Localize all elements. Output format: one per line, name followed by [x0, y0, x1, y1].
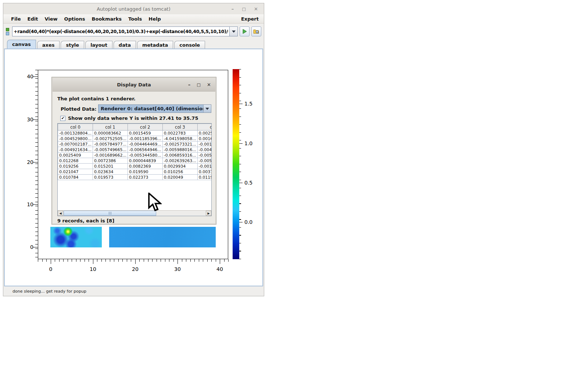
menu-item-edit[interactable]: Edit: [24, 16, 42, 22]
minimize-icon[interactable]: –: [232, 6, 234, 12]
thumb-grip: [109, 212, 109, 215]
table-row[interactable]: -0.004529800...-0.002752505...-0.0011853…: [58, 136, 212, 142]
menu-item-tools[interactable]: Tools: [125, 16, 145, 22]
dialog-titlebar[interactable]: Display Data – ◻ ✕: [53, 78, 215, 92]
dialog-close-icon[interactable]: ✕: [207, 82, 211, 87]
table-cell[interactable]: 0.0025409: [58, 153, 93, 158]
dialog-minimize-icon[interactable]: –: [188, 82, 191, 87]
table-cell[interactable]: -0.004921634...: [58, 147, 93, 153]
colorbar-tick-label: 0.0: [244, 219, 252, 225]
tab-console[interactable]: console: [174, 41, 205, 49]
table-cell[interactable]: 0.019573: [93, 175, 128, 180]
plot-canvas[interactable]: 403020100010203040 1.51.00.50.0 Display …: [4, 49, 263, 286]
tab-data[interactable]: data: [114, 41, 136, 49]
table-cell[interactable]: 0.011997: [197, 175, 212, 180]
table-cell[interactable]: -0.001185396...: [128, 136, 162, 142]
table-cell[interactable]: -0.006859316...: [162, 153, 197, 158]
menu-item-file[interactable]: File: [8, 16, 24, 22]
tab-metadata[interactable]: metadata: [137, 41, 173, 49]
table-row[interactable]: 0.0025409-0.001689662...-0.005344580...-…: [58, 153, 212, 158]
table-cell[interactable]: -0.005784977...: [93, 142, 128, 147]
table-row[interactable]: -0.004921634...-0.005749665...-0.0065649…: [58, 147, 212, 153]
table-cell[interactable]: 0.0016608: [197, 136, 212, 142]
tab-bar: canvasaxesstylelayoutdatametadataconsole: [3, 39, 264, 49]
tab-layout[interactable]: layout: [85, 41, 112, 49]
scroll-right-button[interactable]: ▶: [206, 211, 211, 216]
table-cell[interactable]: -0.006564946...: [128, 147, 162, 153]
menu-item-view[interactable]: View: [41, 16, 61, 22]
maximize-icon[interactable]: ◻: [242, 6, 246, 12]
table-cell[interactable]: 0.021047: [58, 169, 93, 175]
x-axis-major-tick: [51, 259, 51, 264]
table-cell[interactable]: 0.0022783: [162, 131, 197, 136]
table-cell[interactable]: -4.041598058...: [162, 136, 197, 142]
combo-arrow-button[interactable]: [203, 105, 211, 112]
table-cell[interactable]: -0.001333864...: [197, 164, 212, 169]
menu-item-expert[interactable]: Expert: [241, 16, 259, 22]
table-cell[interactable]: 0.010256: [162, 169, 197, 175]
scroll-left-button[interactable]: ◀: [58, 211, 63, 216]
table-cell[interactable]: 0.012268: [58, 158, 93, 164]
scrollbar-thumb[interactable]: [64, 211, 156, 216]
table-header-cell[interactable]: col 0: [58, 124, 93, 131]
table-header-cell[interactable]: col 1: [93, 124, 128, 131]
table-cell[interactable]: -0.002573321...: [162, 142, 197, 147]
table-cell[interactable]: 0.0025660: [197, 131, 212, 136]
inspect-uri-button[interactable]: [251, 26, 261, 36]
dialog-maximize-icon[interactable]: ◻: [197, 82, 201, 87]
table-row[interactable]: 0.0192560.0152010.00823690.0029934-0.001…: [58, 164, 212, 169]
menu-item-help[interactable]: Help: [145, 16, 164, 22]
table-header-cell[interactable]: col 4: [197, 124, 212, 131]
autoplot-window: Autoplot untagged (as tomcat) – ◻ ✕ File…: [3, 3, 264, 296]
horizontal-scrollbar[interactable]: ◀ ▶: [58, 210, 211, 216]
table-cell[interactable]: 0.0072386: [93, 158, 128, 164]
table-cell[interactable]: -0.001199077...: [197, 142, 212, 147]
table-cell[interactable]: 0.019590: [128, 169, 162, 175]
table-row[interactable]: 0.0122680.00723860.000044839-0.002639263…: [58, 158, 212, 164]
table-row[interactable]: 0.0107840.0195730.0223730.0200490.011997…: [58, 175, 212, 180]
plotted-data-value: Renderer 0: dataset[40,40] (dimension...: [98, 105, 203, 112]
table-cell[interactable]: -0.004529800...: [58, 136, 93, 142]
table-cell[interactable]: -0.005988016...: [162, 147, 197, 153]
tab-canvas[interactable]: canvas: [7, 40, 36, 49]
table-cell[interactable]: -0.004294298...: [197, 147, 212, 153]
table-cell[interactable]: -0.001689662...: [93, 153, 128, 158]
table-cell[interactable]: -0.005872606...: [197, 153, 212, 158]
table-cell[interactable]: -0.001328804...: [58, 131, 93, 136]
table-cell[interactable]: -0.002639263...: [162, 158, 197, 164]
table-cell[interactable]: -0.002752505...: [93, 136, 128, 142]
table-cell[interactable]: -0.005344580...: [128, 153, 162, 158]
table-cell[interactable]: 0.020049: [162, 175, 197, 180]
table-cell[interactable]: 0.0029934: [162, 164, 197, 169]
tab-axes[interactable]: axes: [37, 41, 60, 49]
uri-input[interactable]: [12, 26, 230, 36]
table-cell[interactable]: -0.007002187...: [58, 142, 93, 147]
table-row[interactable]: -0.007002187...-0.005784977...-0.0044644…: [58, 142, 212, 147]
y-filter-checkbox[interactable]: ✔: [60, 116, 65, 121]
table-cell[interactable]: 0.0082369: [128, 164, 162, 169]
table-cell[interactable]: 0.000044839: [128, 158, 162, 164]
table-cell[interactable]: -0.005749665...: [93, 147, 128, 153]
menu-item-bookmarks[interactable]: Bookmarks: [89, 16, 125, 22]
plotted-data-combobox[interactable]: Renderer 0: dataset[40,40] (dimension...: [98, 104, 211, 113]
uri-dropdown-button[interactable]: [230, 26, 238, 36]
table-cell[interactable]: 0.010784: [58, 175, 93, 180]
menu-item-options[interactable]: Options: [61, 16, 89, 22]
table-cell[interactable]: 0.0037721: [197, 169, 212, 175]
tab-style[interactable]: style: [61, 41, 84, 49]
y-filter-label: Show only data where Y is within 27.41 t…: [68, 115, 198, 121]
table-header-cell[interactable]: col 2: [128, 124, 162, 131]
table-cell[interactable]: 0.022373: [128, 175, 162, 180]
table-row[interactable]: -0.001328804...0.0000836620.00154590.002…: [58, 131, 212, 136]
table-cell[interactable]: 0.0015459: [128, 131, 162, 136]
table-cell[interactable]: 0.015201: [93, 164, 128, 169]
table-cell[interactable]: 0.023634: [93, 169, 128, 175]
plot-go-button[interactable]: [240, 26, 250, 36]
table-cell[interactable]: -0.005146240...: [197, 158, 212, 164]
table-cell[interactable]: 0.000083662: [93, 131, 128, 136]
table-cell[interactable]: -0.004464469...: [128, 142, 162, 147]
table-row[interactable]: 0.0210470.0236340.0195900.0102560.003772…: [58, 169, 212, 175]
close-icon[interactable]: ✕: [254, 6, 258, 12]
table-header-cell[interactable]: col 3: [162, 124, 197, 131]
table-cell[interactable]: 0.019256: [58, 164, 93, 169]
